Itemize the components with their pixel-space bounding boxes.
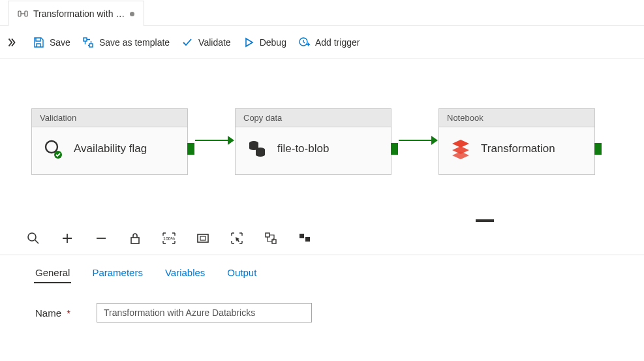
pipeline-canvas[interactable]: Validation Availability flag Copy data xyxy=(0,59,644,255)
search-canvas-button[interactable] xyxy=(26,231,40,245)
svg-rect-16 xyxy=(299,234,304,238)
connector xyxy=(399,140,431,141)
name-row: Name * xyxy=(0,283,644,322)
panel-resize-handle[interactable] xyxy=(476,219,494,222)
expand-sidebar-button[interactable] xyxy=(0,26,23,59)
connector xyxy=(195,140,228,141)
svg-rect-17 xyxy=(305,237,310,242)
arrow-icon xyxy=(228,136,234,145)
svg-point-9 xyxy=(28,233,36,241)
save-icon xyxy=(33,37,44,48)
svg-rect-15 xyxy=(272,240,276,243)
activity-title: Availability flag xyxy=(74,142,147,155)
svg-rect-14 xyxy=(266,233,269,237)
pipeline-icon xyxy=(18,8,28,19)
arrow-icon xyxy=(431,136,438,145)
success-port[interactable] xyxy=(187,143,194,155)
zoom-100-button[interactable]: 100% xyxy=(162,231,176,245)
unsaved-indicator-icon xyxy=(130,12,134,16)
database-copy-icon xyxy=(246,138,268,160)
validate-button[interactable]: Validate xyxy=(181,37,231,48)
svg-rect-13 xyxy=(200,236,206,240)
pipeline-tab[interactable]: Transformation with … xyxy=(8,1,144,26)
save-button[interactable]: Save xyxy=(33,37,70,48)
activity-validation[interactable]: Validation Availability flag xyxy=(31,108,188,175)
svg-rect-2 xyxy=(84,38,87,41)
svg-point-5 xyxy=(46,141,57,153)
tab-title: Transformation with … xyxy=(33,8,125,19)
success-port[interactable] xyxy=(594,143,602,155)
tab-variables[interactable]: Variables xyxy=(164,263,206,283)
action-toolbar: Save Save as template Validate Debug Add… xyxy=(0,26,644,59)
activity-type-label: Validation xyxy=(32,109,187,127)
activity-notebook[interactable]: Notebook Transformation xyxy=(438,108,595,175)
detail-tabs: General Parameters Variables Output xyxy=(0,255,644,283)
svg-rect-0 xyxy=(18,11,21,16)
svg-rect-1 xyxy=(25,11,27,16)
add-trigger-button[interactable]: Add trigger xyxy=(298,37,360,48)
activity-type-label: Copy data xyxy=(236,109,391,127)
svg-rect-3 xyxy=(89,44,93,47)
tab-parameters[interactable]: Parameters xyxy=(91,263,144,283)
play-icon xyxy=(243,37,254,48)
svg-rect-12 xyxy=(198,234,208,242)
activity-copy-data[interactable]: Copy data file-to-blob xyxy=(235,108,391,175)
magnifier-icon xyxy=(42,138,65,160)
debug-button[interactable]: Debug xyxy=(243,37,286,48)
zoom-out-button[interactable] xyxy=(94,231,108,245)
activity-title: Transformation xyxy=(481,142,555,155)
save-as-template-button[interactable]: Save as template xyxy=(82,37,170,48)
select-area-button[interactable] xyxy=(230,231,244,245)
tab-output[interactable]: Output xyxy=(226,263,258,283)
activity-title: file-to-blob xyxy=(277,142,329,155)
fit-screen-button[interactable] xyxy=(196,231,210,245)
trigger-icon xyxy=(298,37,310,48)
canvas-toolbar: 100% xyxy=(0,222,644,255)
success-port[interactable] xyxy=(391,143,398,155)
tab-general[interactable]: General xyxy=(34,263,71,283)
editor-tabbar: Transformation with … xyxy=(0,0,644,26)
required-indicator: * xyxy=(67,307,70,319)
svg-rect-10 xyxy=(131,238,139,243)
svg-text:100%: 100% xyxy=(163,236,175,241)
lock-button[interactable] xyxy=(128,231,142,245)
pipeline-name-input[interactable] xyxy=(97,303,312,322)
zoom-in-button[interactable] xyxy=(60,231,74,245)
databricks-icon xyxy=(450,138,472,160)
name-label: Name * xyxy=(35,307,70,319)
align-button[interactable] xyxy=(298,231,312,245)
template-icon xyxy=(82,37,94,48)
check-icon xyxy=(181,37,193,48)
activity-type-label: Notebook xyxy=(439,109,594,127)
auto-layout-button[interactable] xyxy=(264,231,278,245)
